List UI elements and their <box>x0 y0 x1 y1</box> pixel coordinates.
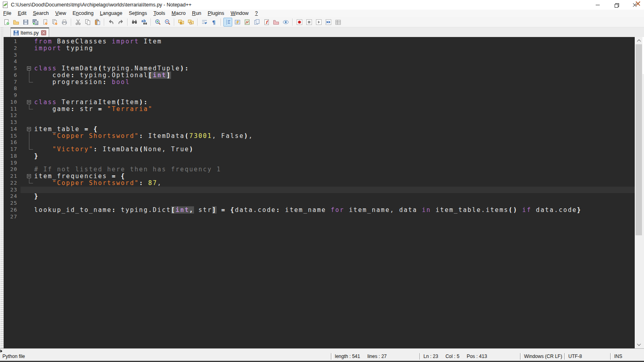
code-line-4[interactable]: 4 <box>4 58 635 65</box>
fold-collapse-icon[interactable] <box>27 100 31 104</box>
code-line-18[interactable]: 18} <box>4 153 635 160</box>
tab-close-icon[interactable] <box>41 30 46 35</box>
code-line-27[interactable]: 27 <box>4 214 635 220</box>
status-encoding[interactable]: UTF-8 <box>568 354 582 359</box>
code-line-16[interactable]: 16 <box>4 139 635 146</box>
code-line-7[interactable]: 7 progression: bool <box>4 79 635 86</box>
code-line-14[interactable]: 14item_table = { <box>4 126 635 133</box>
close-button[interactable] <box>41 18 50 27</box>
code-area[interactable]: 1from BaseClasses import Item2import typ… <box>4 38 635 220</box>
line-number[interactable]: 8 <box>4 85 21 92</box>
fold-collapse-icon[interactable] <box>27 174 31 178</box>
fold-margin-start[interactable] <box>21 99 34 106</box>
menu-item-window[interactable]: Window <box>227 10 252 17</box>
scroll-up-icon[interactable] <box>635 37 642 44</box>
show-indent-guide-button[interactable] <box>223 18 232 27</box>
macro-record-button[interactable] <box>295 18 304 27</box>
code-line-25[interactable]: 25 <box>4 200 635 207</box>
line-number[interactable]: 21 <box>4 173 21 180</box>
line-number[interactable]: 9 <box>4 92 21 99</box>
line-number[interactable]: 4 <box>4 58 21 65</box>
find-button[interactable] <box>130 18 139 27</box>
code-line-5[interactable]: 5class ItemData(typing.NamedTuple): <box>4 65 635 72</box>
code-line-17[interactable]: 17 "Victory": ItemData(None, True) <box>4 146 635 153</box>
open-file-button[interactable] <box>12 18 21 27</box>
document-map-button[interactable] <box>243 18 252 27</box>
menu-item-help[interactable]: ? <box>252 10 261 17</box>
line-number[interactable]: 27 <box>4 214 21 220</box>
code-line-24[interactable]: 24} <box>4 193 635 200</box>
line-number[interactable]: 10 <box>4 99 21 106</box>
code-line-19[interactable]: 19 <box>4 160 635 167</box>
code-line-12[interactable]: 12 <box>4 112 635 119</box>
line-number[interactable]: 25 <box>4 200 21 207</box>
line-number[interactable]: 16 <box>4 139 21 146</box>
fold-margin-start[interactable] <box>21 65 34 72</box>
fold-collapse-icon[interactable] <box>27 127 31 131</box>
new-file-button[interactable] <box>2 18 11 27</box>
save-button[interactable] <box>21 18 30 27</box>
code-line-15[interactable]: 15 "Copper Shortsword": ItemData(73001, … <box>4 133 635 140</box>
menu-item-settings[interactable]: Settings <box>126 10 150 17</box>
line-number[interactable]: 1 <box>4 38 21 45</box>
user-defined-language-button[interactable] <box>233 18 242 27</box>
code-line-23[interactable]: 23 <box>4 187 635 193</box>
line-number[interactable]: 18 <box>4 153 21 160</box>
monitoring-button[interactable] <box>281 18 290 27</box>
code-line-11[interactable]: 11 game: str = "Terraria" <box>4 106 635 113</box>
cut-button[interactable] <box>74 18 83 27</box>
close-button[interactable] <box>625 0 644 10</box>
paste-button[interactable] <box>93 18 102 27</box>
status-insert-mode[interactable]: INS <box>614 354 622 359</box>
show-all-characters-button[interactable]: ¶ <box>210 18 219 27</box>
fold-collapse-icon[interactable] <box>27 66 31 70</box>
menu-item-view[interactable]: View <box>52 10 69 17</box>
menu-item-encoding[interactable]: Encoding <box>69 10 97 17</box>
code-line-9[interactable]: 9 <box>4 92 635 99</box>
line-number[interactable]: 19 <box>4 160 21 167</box>
line-number[interactable]: 2 <box>4 45 21 52</box>
menu-item-plugins[interactable]: Plugins <box>204 10 227 17</box>
line-number[interactable]: 26 <box>4 207 21 214</box>
menu-item-search[interactable]: Search <box>30 10 52 17</box>
code-line-8[interactable]: 8 <box>4 85 635 92</box>
document-list-button[interactable] <box>252 18 261 27</box>
zoom-out-button[interactable] <box>163 18 172 27</box>
fold-margin-start[interactable] <box>21 173 34 180</box>
line-number[interactable]: 17 <box>4 146 21 153</box>
code-line-22[interactable]: 22 "Copper Shortsword": 87, <box>4 180 635 187</box>
menu-item-macro[interactable]: Macro <box>168 10 189 17</box>
line-number[interactable]: 7 <box>4 79 21 86</box>
copy-button[interactable] <box>83 18 92 27</box>
line-number[interactable]: 11 <box>4 106 21 113</box>
code-line-20[interactable]: 20# If not listed here then has frequenc… <box>4 166 635 173</box>
line-number[interactable]: 23 <box>4 187 21 193</box>
code-line-26[interactable]: 26lookup_id_to_name: typing.Dict[int, st… <box>4 207 635 214</box>
close-all-button[interactable] <box>50 18 59 27</box>
menu-item-file[interactable]: File <box>0 10 14 17</box>
word-wrap-button[interactable] <box>200 18 209 27</box>
macro-stop-button[interactable] <box>305 18 314 27</box>
menu-item-edit[interactable]: Edit <box>14 10 30 17</box>
vertical-scrollbar[interactable] <box>635 37 642 348</box>
redo-button[interactable] <box>116 18 125 27</box>
code-line-1[interactable]: 1from BaseClasses import Item <box>4 38 635 45</box>
scrollbar-thumb[interactable] <box>636 44 642 235</box>
scroll-down-icon[interactable] <box>635 341 642 348</box>
macro-play-button[interactable] <box>314 18 323 27</box>
line-number[interactable]: 15 <box>4 133 21 140</box>
print-button[interactable] <box>60 18 69 27</box>
line-number[interactable]: 20 <box>4 166 21 173</box>
status-eol-format[interactable]: Windows (CR LF) <box>524 354 562 359</box>
code-line-21[interactable]: 21item_frequencies = { <box>4 173 635 180</box>
code-line-6[interactable]: 6 code: typing.Optional[int] <box>4 72 635 79</box>
line-number[interactable]: 5 <box>4 65 21 72</box>
code-line-2[interactable]: 2import typing <box>4 45 635 52</box>
code-line-3[interactable]: 3 <box>4 52 635 59</box>
line-number[interactable]: 13 <box>4 119 21 126</box>
menu-item-run[interactable]: Run <box>189 10 204 17</box>
restore-button[interactable] <box>607 0 625 10</box>
save-all-button[interactable] <box>31 18 40 27</box>
line-number[interactable]: 24 <box>4 193 21 200</box>
code-line-10[interactable]: 10class TerrariaItem(Item): <box>4 99 635 106</box>
